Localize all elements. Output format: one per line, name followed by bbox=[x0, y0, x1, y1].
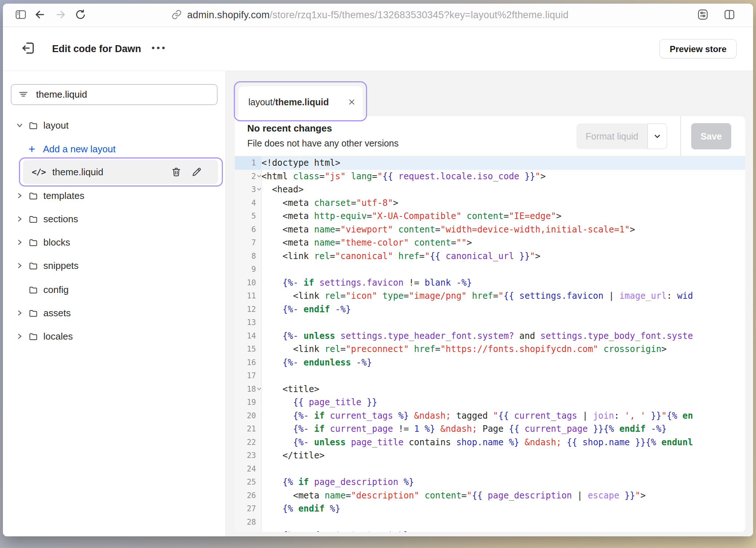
code-text: <meta name="viewport" content="width=dev… bbox=[261, 223, 745, 236]
code-line[interactable]: 19 {{ page_title }} bbox=[235, 396, 745, 409]
sidebar-item-layout[interactable]: layout bbox=[3, 117, 225, 134]
save-button[interactable]: Save bbox=[691, 123, 731, 149]
code-text: {%- if settings.favicon != blank -%} bbox=[261, 276, 745, 290]
code-line[interactable]: 11 <link rel="icon" type="image/png" hre… bbox=[235, 289, 745, 303]
code-line[interactable]: 1<!doctype html> bbox=[235, 156, 745, 170]
more-menu-icon[interactable]: ••• bbox=[151, 42, 167, 54]
code-text: <title> bbox=[261, 383, 745, 396]
code-line[interactable]: 20 {%- if current_tags %} &ndash; tagged… bbox=[235, 409, 745, 423]
code-text: <link rel="canonical" href="{{ canonical… bbox=[261, 250, 745, 263]
plus-icon: + bbox=[28, 142, 42, 156]
code-line[interactable]: 18 <title> bbox=[235, 383, 745, 396]
tab-theme-liquid[interactable]: layout/theme.liquid bbox=[239, 86, 363, 118]
code-line[interactable]: 15 <link rel="preconnect" href="https://… bbox=[235, 342, 745, 356]
code-line[interactable]: 24 bbox=[235, 462, 745, 476]
editor-toolbar: No recent changes File does not have any… bbox=[235, 116, 745, 156]
add-new-layout-button[interactable]: +Add a new layout bbox=[3, 140, 225, 158]
code-line[interactable]: 2<html class="js" lang="{{ request.local… bbox=[235, 170, 745, 183]
sidebar-toggle-icon[interactable] bbox=[15, 8, 27, 22]
fold-icon[interactable] bbox=[256, 173, 262, 179]
code-line[interactable]: 26 <meta name="description" content="{{ … bbox=[235, 489, 745, 502]
sidebar-item-config[interactable]: config bbox=[3, 281, 225, 298]
line-number: 27 bbox=[235, 502, 261, 516]
code-text bbox=[261, 462, 745, 476]
sidebar-item-assets[interactable]: assets bbox=[3, 304, 225, 322]
sidebar-item-templates[interactable]: templates bbox=[3, 187, 225, 204]
folder-icon bbox=[28, 121, 38, 130]
sidebar-item-blocks[interactable]: blocks bbox=[3, 234, 225, 251]
code-text: <link rel="icon" type="image/png" href="… bbox=[261, 289, 745, 303]
code-line[interactable]: 8 <link rel="canonical" href="{{ canonic… bbox=[235, 250, 745, 263]
code-editor[interactable]: 1<!doctype html>2<html class="js" lang="… bbox=[235, 156, 745, 532]
reload-icon[interactable] bbox=[74, 8, 87, 22]
chevron-right-icon[interactable] bbox=[16, 262, 23, 269]
code-line[interactable]: 27 {% endif %} bbox=[235, 502, 745, 516]
chevron-right-icon[interactable] bbox=[16, 333, 23, 340]
format-liquid-label[interactable]: Format liquid bbox=[576, 124, 647, 149]
chevron-right-icon[interactable] bbox=[16, 239, 23, 246]
close-icon[interactable] bbox=[347, 98, 356, 106]
file-search[interactable] bbox=[11, 84, 217, 105]
filter-icon bbox=[18, 89, 29, 101]
chevron-right-icon[interactable] bbox=[16, 309, 23, 317]
split-view-icon[interactable] bbox=[723, 8, 736, 22]
folder-icon bbox=[28, 285, 38, 295]
sidebar-item-locales[interactable]: locales bbox=[3, 328, 225, 345]
line-number: 16 bbox=[235, 356, 261, 369]
code-text: {%- unless settings.type_header_font.sys… bbox=[261, 329, 745, 343]
code-text: {%- endif -%} bbox=[261, 303, 745, 316]
status-title: No recent changes bbox=[247, 123, 332, 134]
trash-icon[interactable] bbox=[171, 167, 182, 177]
format-liquid-button[interactable]: Format liquid bbox=[576, 124, 667, 149]
forward-icon[interactable] bbox=[54, 8, 67, 23]
url-bar[interactable]: admin.shopify.com/store/rzq1xu-f5/themes… bbox=[171, 4, 568, 27]
code-line[interactable]: 4 <meta charset="utf-8"> bbox=[235, 196, 745, 210]
chevron-down-icon[interactable] bbox=[16, 122, 23, 129]
selected-file-row[interactable]: </>theme.liquid bbox=[23, 160, 218, 184]
browser-window: admin.shopify.com/store/rzq1xu-f5/themes… bbox=[3, 4, 753, 536]
code-line[interactable]: 17 bbox=[235, 369, 745, 383]
folder-icon bbox=[28, 261, 38, 271]
code-line[interactable]: 10 {%- if settings.favicon != blank -%} bbox=[235, 276, 745, 290]
format-dropdown[interactable] bbox=[647, 124, 667, 149]
line-number: 3 bbox=[235, 183, 261, 196]
sidebar-item-sections[interactable]: sections bbox=[3, 210, 225, 228]
sidebar-item-snippets[interactable]: snippets bbox=[3, 257, 225, 274]
chevron-right-icon[interactable] bbox=[16, 192, 23, 199]
exit-icon[interactable] bbox=[21, 40, 36, 57]
code-line[interactable]: 28 bbox=[235, 516, 745, 529]
code-line[interactable]: 13 bbox=[235, 316, 745, 329]
edit-icon[interactable] bbox=[191, 167, 202, 177]
code-text: <meta charset="utf-8"> bbox=[261, 196, 745, 210]
fold-icon[interactable] bbox=[256, 187, 262, 192]
code-line[interactable]: 3 <head> bbox=[235, 183, 745, 196]
folder-icon bbox=[28, 238, 38, 247]
code-line[interactable]: 22 {%- unless page_title contains shop.n… bbox=[235, 436, 745, 449]
code-text: {%- unless page_title contains shop.name… bbox=[261, 436, 745, 449]
folder-label: templates bbox=[43, 190, 84, 201]
code-line[interactable]: 21 {%- if current_page != 1 %} &ndash; P… bbox=[235, 422, 745, 436]
code-line[interactable]: 9 bbox=[235, 263, 745, 276]
back-icon[interactable] bbox=[34, 8, 47, 23]
code-line[interactable]: 25 {% if page_description %} bbox=[235, 475, 745, 489]
code-line[interactable]: 23 </title> bbox=[235, 449, 745, 462]
code-line[interactable]: 16 {%- endunless -%} bbox=[235, 356, 745, 369]
code-line[interactable]: 29 {% render 'meta-tags' %} bbox=[235, 529, 745, 532]
code-line[interactable]: 6 <meta name="viewport" content="width=d… bbox=[235, 223, 745, 236]
app-header: Edit code for Dawn ••• Preview store bbox=[3, 27, 753, 71]
chevron-right-icon[interactable] bbox=[16, 215, 23, 223]
page-settings-icon[interactable] bbox=[696, 8, 709, 23]
fold-icon[interactable] bbox=[256, 386, 262, 392]
link-icon bbox=[171, 9, 182, 21]
code-line[interactable]: 7 <meta name="theme-color" content=""> bbox=[235, 236, 745, 250]
code-text: {% if page_description %} bbox=[261, 475, 745, 489]
code-line[interactable]: 14 {%- unless settings.type_header_font.… bbox=[235, 329, 745, 343]
sidebar-item-theme-liquid[interactable]: </>theme.liquid bbox=[19, 157, 223, 187]
toolbar-divider bbox=[680, 116, 681, 156]
code-text: <link rel="preconnect" href="https://fon… bbox=[261, 342, 745, 356]
search-input[interactable] bbox=[36, 89, 217, 100]
code-line[interactable]: 5 <meta http-equiv="X-UA-Compatible" con… bbox=[235, 210, 745, 223]
code-line[interactable]: 12 {%- endif -%} bbox=[235, 303, 745, 316]
line-number: 18 bbox=[235, 383, 261, 396]
preview-store-button[interactable]: Preview store bbox=[659, 39, 737, 59]
